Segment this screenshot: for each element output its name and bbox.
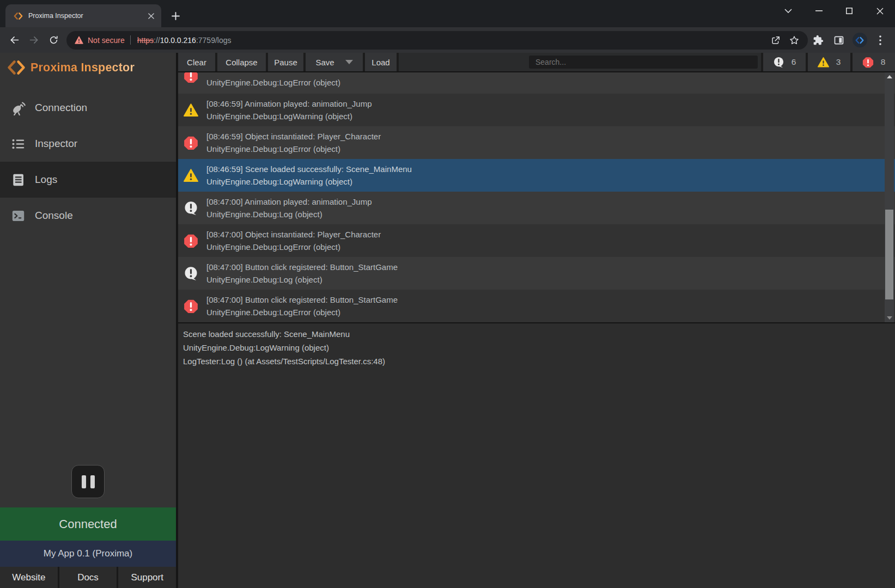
sidebar-item-console[interactable]: Console xyxy=(0,198,176,234)
reload-button[interactable] xyxy=(44,30,63,50)
log-row[interactable]: [08:47:00] Animation played: animation_J… xyxy=(178,192,895,224)
new-tab-button[interactable] xyxy=(168,8,183,23)
detail-line: LogTester:Log () (at Assets/TestScripts/… xyxy=(183,354,895,368)
save-dropdown-caret-icon[interactable] xyxy=(345,60,353,64)
toolbar-button-label: Pause xyxy=(274,58,297,67)
tab-search-chevron-icon[interactable] xyxy=(773,0,803,22)
log-list: UnityEngine.Debug:LogError (object)[08:4… xyxy=(178,72,895,322)
log-stack-trace: UnityEngine.Debug:LogError (object) xyxy=(206,76,340,89)
error-icon xyxy=(184,136,198,150)
log-row[interactable]: [08:47:00] Object instantiated: Player_C… xyxy=(178,224,895,257)
proxima-favicon-icon xyxy=(14,11,23,21)
logs-icon xyxy=(11,173,26,187)
scroll-up-arrow[interactable] xyxy=(885,72,894,81)
page-content: Proxima Inspector ConnectionInspectorLog… xyxy=(0,53,895,588)
error-icon xyxy=(184,299,198,314)
log-stack-trace: UnityEngine.Debug:Log (object) xyxy=(206,273,398,286)
sidebar-item-label: Console xyxy=(35,210,73,222)
sidebar-item-inspector[interactable]: Inspector xyxy=(0,126,176,162)
url-path: :7759/logs xyxy=(196,36,232,45)
bookmark-star-icon[interactable] xyxy=(785,31,803,50)
footer-link-docs[interactable]: Docs xyxy=(59,567,117,588)
info-icon xyxy=(184,201,198,216)
warning-filter-button[interactable]: 3 xyxy=(806,53,850,71)
not-secure-icon xyxy=(75,36,83,44)
error-icon xyxy=(862,57,874,68)
info-filter-button[interactable]: 6 xyxy=(761,53,806,71)
pause-button[interactable]: Pause xyxy=(268,53,306,71)
detail-line: Scene loaded successfully: Scene_MainMen… xyxy=(183,327,895,341)
log-search-input[interactable] xyxy=(529,56,758,69)
collapse-button[interactable]: Collapse xyxy=(217,53,268,71)
save-button[interactable]: Save xyxy=(306,53,365,71)
share-icon[interactable] xyxy=(766,31,785,50)
sidebar-footer: WebsiteDocsSupport xyxy=(0,567,176,588)
address-bar[interactable]: Not secure https://10.0.0.216:7759/logs xyxy=(66,31,808,50)
sidebar-item-connection[interactable]: Connection xyxy=(0,90,176,126)
sidebar-item-label: Connection xyxy=(35,102,87,114)
tab-close-icon[interactable] xyxy=(146,11,156,21)
browser-tab-strip: Proxima Inspector xyxy=(0,0,895,27)
app-logo: Proxima Inspector xyxy=(7,58,135,77)
warning-icon xyxy=(184,103,198,118)
log-detail-pane: Scene loaded successfully: Scene_MainMen… xyxy=(178,322,895,588)
window-minimize-button[interactable] xyxy=(803,0,834,22)
log-message: [08:46:59] Animation played: animation_J… xyxy=(206,97,372,110)
logs-toolbar: ClearCollapsePauseSaveLoad638 xyxy=(178,53,895,72)
error-icon xyxy=(184,72,198,83)
log-stack-trace: UnityEngine.Debug:LogWarning (object) xyxy=(206,110,372,122)
scroll-down-arrow[interactable] xyxy=(885,314,894,322)
log-stack-trace: UnityEngine.Debug:LogError (object) xyxy=(206,306,398,318)
error-filter-button[interactable]: 8 xyxy=(850,53,895,71)
back-button[interactable] xyxy=(4,30,24,50)
error-icon xyxy=(184,234,198,248)
info-icon xyxy=(773,57,784,68)
footer-link-support[interactable]: Support xyxy=(118,567,176,588)
log-message: [08:47:00] Button click registered: Butt… xyxy=(206,261,398,273)
log-message: [08:46:59] Object instantiated: Player_C… xyxy=(206,130,381,143)
log-stack-trace: UnityEngine.Debug:Log (object) xyxy=(206,208,372,220)
sidebar-divider xyxy=(176,53,178,588)
window-close-button[interactable] xyxy=(864,0,895,22)
log-row[interactable]: [08:46:59] Object instantiated: Player_C… xyxy=(178,126,895,159)
warning-count: 3 xyxy=(836,57,841,67)
info-count: 6 xyxy=(792,57,796,67)
window-controls xyxy=(773,0,895,22)
avatar-proxima-logo-icon xyxy=(853,33,867,47)
toolbar-spacer xyxy=(399,53,761,71)
forward-button[interactable] xyxy=(24,30,44,50)
log-list-scrollbar[interactable] xyxy=(885,72,894,322)
app-logo-text: Proxima Inspector xyxy=(31,61,135,75)
log-message: [08:46:59] Scene loaded successfully: Sc… xyxy=(206,163,412,175)
connection-icon xyxy=(11,101,26,115)
log-row-selected[interactable]: [08:46:59] Scene loaded successfully: Sc… xyxy=(178,159,895,192)
log-row[interactable]: [08:46:59] Animation played: animation_J… xyxy=(178,94,895,126)
toolbar-button-label: Collapse xyxy=(226,58,257,67)
extensions-puzzle-icon[interactable] xyxy=(808,29,829,51)
error-count: 8 xyxy=(881,57,886,67)
log-stack-trace: UnityEngine.Debug:LogError (object) xyxy=(206,143,381,155)
footer-link-website[interactable]: Website xyxy=(0,567,58,588)
not-secure-label: Not secure xyxy=(88,36,125,45)
profile-avatar[interactable] xyxy=(849,29,870,51)
app-info-bar: My App 0.1 (Proxima) xyxy=(0,541,176,567)
window-maximize-button[interactable] xyxy=(834,0,864,22)
browser-menu-kebab-icon[interactable] xyxy=(870,29,891,51)
clear-button[interactable]: Clear xyxy=(178,53,217,71)
browser-tab[interactable]: Proxima Inspector xyxy=(5,4,161,27)
proxima-logo-icon xyxy=(7,58,26,77)
sidebar-item-logs[interactable]: Logs xyxy=(0,162,176,198)
inspector-icon xyxy=(11,137,26,151)
load-button[interactable]: Load xyxy=(365,53,399,71)
toolbar-button-label: Save xyxy=(315,58,334,67)
pause-stream-button[interactable] xyxy=(71,465,105,498)
sidebar-menu: ConnectionInspectorLogsConsole xyxy=(0,90,176,234)
log-row[interactable]: UnityEngine.Debug:LogError (object) xyxy=(178,72,895,94)
side-panel-icon[interactable] xyxy=(829,29,849,51)
sidebar-item-label: Inspector xyxy=(35,138,77,150)
log-row[interactable]: [08:47:00] Button click registered: Butt… xyxy=(178,257,895,290)
console-icon xyxy=(11,209,26,223)
scrollbar-thumb[interactable] xyxy=(885,210,893,299)
omnibox-divider xyxy=(130,35,131,45)
log-row[interactable]: [08:47:00] Button click registered: Butt… xyxy=(178,290,895,322)
